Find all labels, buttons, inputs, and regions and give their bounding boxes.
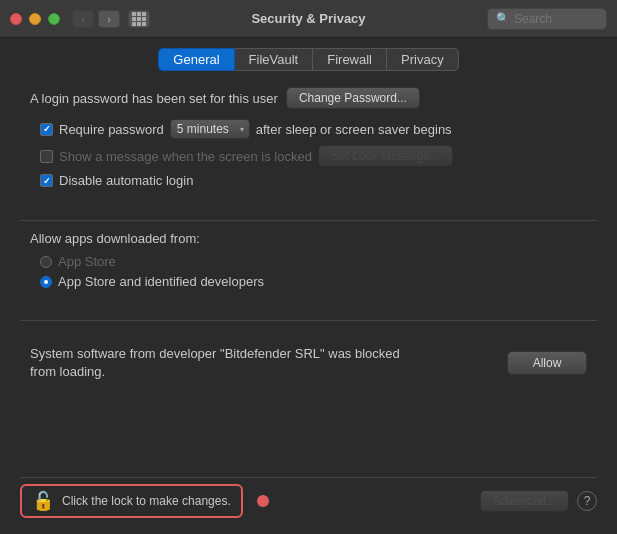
tab-general[interactable]: General bbox=[158, 48, 234, 71]
require-password-value: 5 minutes bbox=[177, 122, 229, 136]
radio-app-store-identified-label: App Store and identified developers bbox=[58, 274, 264, 289]
divider-2 bbox=[20, 320, 597, 321]
help-button[interactable]: ? bbox=[577, 491, 597, 511]
lock-section[interactable]: 🔓 Click the lock to make changes. bbox=[20, 484, 243, 518]
lock-text: Click the lock to make changes. bbox=[62, 494, 231, 508]
divider-1 bbox=[20, 220, 597, 221]
show-message-label: Show a message when the screen is locked bbox=[59, 149, 312, 164]
bottom-bar: 🔓 Click the lock to make changes. Advanc… bbox=[20, 477, 597, 524]
minimize-button[interactable] bbox=[29, 13, 41, 25]
disable-autologin-label: Disable automatic login bbox=[59, 173, 193, 188]
close-button[interactable] bbox=[10, 13, 22, 25]
set-lock-message-button[interactable]: Set Lock Message... bbox=[318, 145, 453, 167]
window-title: Security & Privacy bbox=[251, 11, 365, 26]
blocked-software-text: System software from developer "Bitdefen… bbox=[30, 345, 400, 381]
require-password-checkbox[interactable]: ✓ bbox=[40, 123, 53, 136]
allow-apps-label: Allow apps downloaded from: bbox=[20, 231, 597, 246]
radio-app-store-identified-button[interactable] bbox=[40, 276, 52, 288]
require-password-suffix: after sleep or screen saver begins bbox=[256, 122, 452, 137]
require-password-dropdown[interactable]: 5 minutes ▾ bbox=[170, 119, 250, 139]
disable-autologin-row: ✓ Disable automatic login bbox=[20, 173, 597, 188]
main-content: General FileVault Firewall Privacy A log… bbox=[0, 38, 617, 534]
forward-button[interactable]: › bbox=[98, 10, 120, 28]
change-password-button[interactable]: Change Password... bbox=[286, 87, 420, 109]
dropdown-arrow-icon: ▾ bbox=[240, 125, 244, 134]
blocked-software-row: System software from developer "Bitdefen… bbox=[20, 337, 597, 389]
show-message-row: Show a message when the screen is locked… bbox=[20, 145, 597, 167]
password-row: A login password has been set for this u… bbox=[20, 87, 597, 109]
radio-selected-dot bbox=[44, 280, 48, 284]
search-box[interactable]: 🔍 bbox=[487, 8, 607, 30]
require-password-row: ✓ Require password 5 minutes ▾ after sle… bbox=[20, 119, 597, 139]
bottom-right-controls: Advanced... ? bbox=[480, 490, 597, 512]
back-button[interactable]: ‹ bbox=[72, 10, 94, 28]
tab-bar: General FileVault Firewall Privacy bbox=[20, 48, 597, 71]
advanced-button[interactable]: Advanced... bbox=[480, 490, 569, 512]
tab-filevault[interactable]: FileVault bbox=[235, 48, 314, 71]
titlebar: ‹ › Security & Privacy 🔍 bbox=[0, 0, 617, 38]
password-section: A login password has been set for this u… bbox=[20, 87, 597, 194]
grid-button[interactable] bbox=[128, 10, 150, 28]
radio-app-store-identified: App Store and identified developers bbox=[20, 274, 597, 289]
nav-buttons: ‹ › bbox=[72, 10, 120, 28]
checkbox-check-icon: ✓ bbox=[43, 124, 51, 134]
grid-icon bbox=[132, 12, 146, 26]
lock-icon: 🔓 bbox=[32, 490, 54, 512]
allow-apps-section: Allow apps downloaded from: App Store Ap… bbox=[20, 231, 597, 294]
show-message-checkbox[interactable] bbox=[40, 150, 53, 163]
maximize-button[interactable] bbox=[48, 13, 60, 25]
search-icon: 🔍 bbox=[496, 12, 510, 25]
checkbox-check2-icon: ✓ bbox=[43, 176, 51, 186]
password-status-text: A login password has been set for this u… bbox=[30, 91, 278, 106]
tab-firewall[interactable]: Firewall bbox=[313, 48, 387, 71]
require-password-label: Require password bbox=[59, 122, 164, 137]
radio-app-store: App Store bbox=[20, 254, 597, 269]
radio-app-store-label: App Store bbox=[58, 254, 116, 269]
search-input[interactable] bbox=[514, 12, 604, 26]
allow-button[interactable]: Allow bbox=[507, 351, 587, 375]
tab-privacy[interactable]: Privacy bbox=[387, 48, 459, 71]
radio-app-store-button[interactable] bbox=[40, 256, 52, 268]
red-dot-indicator bbox=[257, 495, 269, 507]
traffic-lights bbox=[10, 13, 60, 25]
disable-autologin-checkbox[interactable]: ✓ bbox=[40, 174, 53, 187]
